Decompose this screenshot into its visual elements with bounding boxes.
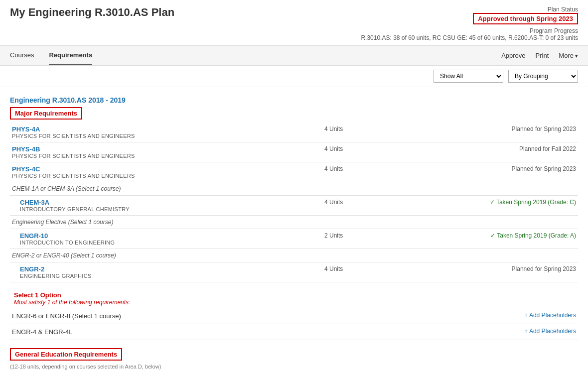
nav-requirements[interactable]: Requirements [49, 46, 92, 65]
group-label: Engineering Elective (Select 1 course) [10, 216, 578, 229]
course-id[interactable]: CHEM-3A [20, 199, 320, 206]
by-grouping-select[interactable]: By Grouping [508, 70, 578, 83]
nav-approve[interactable]: Approve [501, 52, 525, 59]
table-row: PHYS-4A PHYSICS FOR SCIENTISTS AND ENGIN… [10, 123, 578, 142]
requirements-table: PHYS-4A PHYSICS FOR SCIENTISTS AND ENGIN… [10, 123, 578, 340]
plan-status-label: Plan Status [361, 6, 578, 13]
course-id[interactable]: ENGR-10 [20, 232, 320, 240]
course-subtitle: PHYSICS FOR SCIENTISTS AND ENGINEERS [12, 153, 320, 159]
course-subtitle: INTRODUCTION TO ENGINEERING [20, 240, 320, 246]
nav-more[interactable]: More [559, 52, 578, 59]
units-cell: 4 Units [322, 142, 391, 162]
major-requirements-heading: Major Requirements [10, 107, 82, 120]
group-row: A. Natural Sciences (3 units minimum) [10, 372, 578, 374]
plan-status-block: Plan Status Approved through Spring 2023… [361, 6, 578, 41]
units-cell: 4 Units [322, 196, 391, 216]
section-year: Engineering R.3010.AS 2018 - 2019 [10, 96, 578, 104]
select-option-title: Select 1 Option [14, 291, 574, 299]
course-id[interactable]: PHYS-4B [12, 145, 320, 153]
course-subtitle: INTRODUCTORY GENERAL CHEMISTRY [20, 206, 320, 212]
nav-left: Courses Requirements [10, 46, 92, 65]
add-placeholder-button[interactable]: Add Placeholders [524, 328, 576, 335]
group-label: CHEM-1A or CHEM-3A (Select 1 course) [10, 182, 578, 196]
course-subtitle: ENGINEERING GRAPHICS [20, 273, 320, 279]
nav-courses[interactable]: Courses [10, 46, 34, 65]
program-progress-value: R.3010.AS: 38 of 60 units, RC CSU GE: 45… [361, 34, 578, 41]
select-option-block: Select 1 Option Must satisfy 1 of the fo… [12, 287, 576, 307]
table-row: ENGR-4 & ENGR-4L Add Placeholders [10, 324, 578, 340]
page-header: My Engineering R.3010.AS Plan Plan Statu… [0, 0, 588, 46]
course-id[interactable]: ENGR-2 [20, 265, 320, 273]
units-cell: 4 Units [322, 262, 391, 282]
status-cell: Planned for Spring 2023 [391, 162, 578, 182]
ge-requirements-heading: General Education Requirements [10, 348, 122, 361]
nav-bar: Courses Requirements Approve Print More [0, 46, 588, 66]
filter-row: Show All By Grouping [0, 66, 588, 87]
table-row: ENGR-10 INTRODUCTION TO ENGINEERING 2 Un… [10, 229, 578, 249]
option-label: ENGR-4 & ENGR-4L [12, 328, 72, 336]
nav-print[interactable]: Print [536, 52, 549, 59]
page-title: My Engineering R.3010.AS Plan [10, 6, 174, 19]
course-id[interactable]: PHYS-4A [12, 125, 320, 133]
course-id[interactable]: PHYS-4C [12, 165, 320, 173]
ge-note: (12-18 units, depending on courses selec… [10, 364, 578, 370]
group-label: ENGR-2 or ENGR-40 (Select 1 course) [10, 249, 578, 262]
table-row: PHYS-4B PHYSICS FOR SCIENTISTS AND ENGIN… [10, 142, 578, 162]
ge-sub-area-label: A. Natural Sciences (3 units minimum) [10, 372, 578, 374]
select-option-row: Select 1 Option Must satisfy 1 of the fo… [10, 282, 578, 308]
program-progress-label: Program Progress [361, 27, 578, 34]
units-cell: 4 Units [322, 162, 391, 182]
status-cell: Planned for Fall 2022 [391, 142, 578, 162]
ge-requirements-table: A. Natural Sciences (3 units minimum) CH… [10, 372, 578, 374]
table-row: PHYS-4C PHYSICS FOR SCIENTISTS AND ENGIN… [10, 162, 578, 182]
option-label: ENGR-6 or ENGR-8 (Select 1 course) [12, 312, 121, 320]
status-cell: Taken Spring 2019 (Grade: A) [391, 229, 578, 249]
group-row: ENGR-2 or ENGR-40 (Select 1 course) [10, 249, 578, 262]
status-cell: Planned for Spring 2023 [391, 123, 578, 142]
group-row: Engineering Elective (Select 1 course) [10, 216, 578, 229]
group-row: CHEM-1A or CHEM-3A (Select 1 course) [10, 182, 578, 196]
course-subtitle: PHYSICS FOR SCIENTISTS AND ENGINEERS [12, 133, 320, 139]
status-cell: Taken Spring 2019 (Grade: C) [391, 196, 578, 216]
approved-badge: Approved through Spring 2023 [473, 13, 578, 24]
table-row: CHEM-3A INTRODUCTORY GENERAL CHEMISTRY 4… [10, 196, 578, 216]
select-option-sub: Must satisfy 1 of the following requirem… [14, 299, 574, 306]
main-content: Engineering R.3010.AS 2018 - 2019 Major … [0, 87, 588, 374]
nav-right: Approve Print More [501, 52, 578, 59]
course-subtitle: PHYSICS FOR SCIENTISTS AND ENGINEERS [12, 173, 320, 179]
units-cell: 2 Units [322, 229, 391, 249]
units-cell: 4 Units [322, 123, 391, 142]
table-row: ENGR-6 or ENGR-8 (Select 1 course) Add P… [10, 308, 578, 324]
status-cell: Planned for Spring 2023 [391, 262, 578, 282]
table-row: ENGR-2 ENGINEERING GRAPHICS 4 Units Plan… [10, 262, 578, 282]
add-placeholder-button[interactable]: Add Placeholders [524, 312, 576, 319]
show-all-select[interactable]: Show All [434, 70, 503, 83]
